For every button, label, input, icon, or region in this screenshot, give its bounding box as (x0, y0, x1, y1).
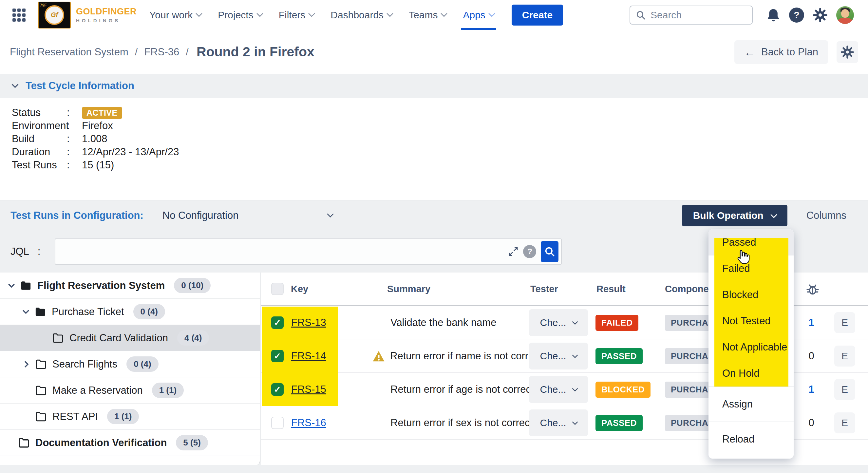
hand-cursor-icon (735, 250, 750, 265)
settings-gear-icon[interactable] (813, 7, 828, 23)
chevron-down-icon (440, 10, 447, 17)
select-all-checkbox[interactable] (271, 283, 284, 295)
tree-item-documentation-verification[interactable]: Documentation Verification 5 (5) (0, 430, 260, 456)
tree-item-rest-api[interactable]: REST API 1 (1) (0, 404, 260, 430)
cycle-settings-gear-icon[interactable] (837, 41, 858, 63)
jql-search-button[interactable] (541, 241, 558, 262)
tester-select[interactable]: Che... (529, 376, 588, 403)
top-navigation-bar: 79F Gf GOLDFINGER HOLDINGS Your work Pro… (0, 0, 868, 30)
user-avatar[interactable] (836, 6, 854, 24)
field-label: Test Runs (12, 159, 67, 171)
tree-item-make-a-reservation[interactable]: Make a Reservation 1 (1) (0, 377, 260, 404)
jql-label-text: JQL (10, 246, 29, 257)
logo-line2: HOLDINGS (76, 18, 136, 23)
folder-tree-panel: Flight Reservation System 0 (10) Purchas… (0, 273, 260, 465)
nav-item-projects[interactable]: Projects (218, 0, 262, 30)
row-checkbox[interactable] (271, 316, 284, 329)
field-value: Firefox (82, 120, 113, 132)
field-colon: : (67, 146, 82, 158)
warning-icon (372, 350, 385, 362)
defect-count-link[interactable]: 1 (802, 384, 821, 396)
defect-count-link[interactable]: 1 (802, 317, 821, 328)
tester-select[interactable]: Che... (529, 409, 588, 436)
field-value: 12/Apr/23 - 13/Apr/23 (82, 146, 179, 158)
execute-button[interactable]: E (834, 379, 855, 400)
nav-item-dashboards[interactable]: Dashboards (331, 0, 393, 30)
row-checkbox[interactable] (271, 383, 284, 396)
tester-select[interactable]: Che... (529, 343, 588, 370)
tree-item-count-badge: 0 (10) (174, 278, 211, 293)
nav-item-teams[interactable]: Teams (409, 0, 446, 30)
chevron-down-icon[interactable] (22, 308, 30, 316)
expand-icon[interactable] (508, 246, 519, 257)
menu-item-failed[interactable]: Failed (709, 255, 794, 282)
execute-button[interactable]: E (834, 412, 855, 433)
jql-help-icon[interactable]: ? (523, 245, 536, 258)
menu-item-blocked[interactable]: Blocked (709, 282, 794, 308)
goldfinger-logo[interactable]: 79F Gf GOLDFINGER HOLDINGS (38, 2, 136, 29)
tester-select[interactable]: Che... (529, 309, 588, 336)
menu-item-on-hold[interactable]: On Hold (709, 360, 794, 386)
tree-item-count-badge: 1 (1) (107, 409, 139, 424)
tree-item-label: Purchase Ticket (52, 306, 124, 318)
tree-item-count-badge: 0 (4) (133, 304, 165, 319)
chevron-down-icon (770, 211, 777, 218)
chevron-down-icon (488, 10, 495, 17)
tree-item-count-badge: 0 (4) (126, 356, 158, 372)
header-result[interactable]: Result (596, 273, 626, 305)
global-search-input[interactable]: Search (629, 6, 753, 25)
bulk-operation-menu: Passed Failed Blocked Not Tested Not App… (709, 229, 794, 459)
field-value: 15 (15) (82, 159, 114, 171)
issue-key-link[interactable]: FRS-16 (291, 417, 326, 429)
app-switcher-icon[interactable] (12, 8, 26, 22)
row-checkbox[interactable] (271, 417, 284, 429)
chevron-down-icon[interactable] (7, 281, 16, 290)
header-summary[interactable]: Summary (387, 273, 430, 305)
tree-item-purchase-ticket[interactable]: Purchase Ticket 0 (4) (0, 299, 260, 325)
breadcrumb-project[interactable]: Flight Reservation System (10, 46, 128, 58)
page-title: Round 2 in Firefox (196, 44, 314, 60)
menu-item-passed[interactable]: Passed (709, 229, 794, 255)
menu-item-reload[interactable]: Reload (709, 422, 794, 456)
execute-button[interactable]: E (834, 346, 855, 367)
menu-item-label: Assign (709, 398, 753, 410)
menu-item-not-tested[interactable]: Not Tested (709, 308, 794, 334)
bulk-operation-button[interactable]: Bulk Operation (682, 205, 787, 226)
help-icon[interactable]: ? (789, 7, 804, 23)
nav-item-filters[interactable]: Filters (279, 0, 314, 30)
issue-key-link[interactable]: FRS-15 (291, 384, 326, 396)
menu-item-not-applicable[interactable]: Not Applicable (709, 334, 794, 360)
nav-item-your-work[interactable]: Your work (149, 0, 202, 30)
tree-item-search-flights[interactable]: Search Flights 0 (4) (0, 351, 260, 377)
header-key[interactable]: Key (291, 273, 308, 305)
notifications-bell-icon[interactable] (766, 8, 780, 22)
issue-key-link[interactable]: FRS-13 (291, 317, 326, 328)
folder-outline-icon (35, 359, 46, 369)
menu-item-label: Not Tested (709, 315, 771, 327)
tree-item-flight-reservation-system[interactable]: Flight Reservation System 0 (10) (0, 273, 260, 299)
result-badge: BLOCKED (595, 382, 651, 398)
tree-item-label: Credit Card Validation (69, 332, 168, 344)
issue-key-link[interactable]: FRS-14 (291, 350, 326, 362)
breadcrumb-issue[interactable]: FRS-36 (144, 46, 179, 58)
jql-input[interactable]: ? (55, 239, 562, 265)
menu-item-assign[interactable]: Assign (709, 387, 794, 421)
nav-item-apps[interactable]: Apps (463, 0, 494, 30)
test-cycle-info-header[interactable]: Test Cycle Information (0, 74, 868, 98)
chevron-down-icon (572, 352, 578, 358)
row-checkbox[interactable] (271, 350, 284, 362)
columns-button[interactable]: Columns (806, 210, 846, 221)
configuration-select[interactable]: No Configuration (162, 210, 333, 221)
create-button[interactable]: Create (512, 5, 563, 26)
back-to-plan-button[interactable]: ← Back to Plan (734, 40, 828, 64)
tester-value: Che... (540, 417, 566, 429)
chevron-right-icon[interactable] (22, 360, 31, 369)
collapse-chevron-icon (10, 81, 20, 90)
execute-button[interactable]: E (834, 312, 855, 333)
menu-item-label: Not Applicable (709, 341, 787, 353)
result-badge: FAILED (595, 315, 639, 331)
header-tester[interactable]: Tester (530, 273, 558, 305)
field-label: Duration (12, 146, 67, 158)
tree-item-credit-card-validation[interactable]: Credit Card Validation 4 (4) (0, 325, 260, 351)
nav-label: Filters (279, 9, 306, 21)
